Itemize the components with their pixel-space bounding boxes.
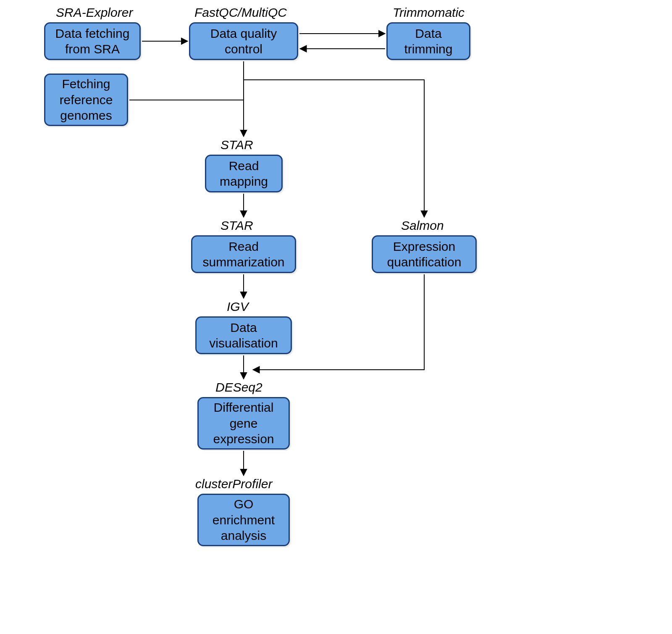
node-data-qc-label: Data quality control: [194, 26, 293, 57]
tool-label-igv: IGV: [227, 300, 249, 314]
node-read-summ-label: Read summarization: [197, 239, 291, 270]
tool-label-fastqc-multiqc: FastQC/MultiQC: [194, 5, 287, 20]
node-data-qc: Data quality control: [189, 22, 298, 60]
tool-label-star-sum: STAR: [220, 218, 253, 233]
node-data-vis-label: Data visualisation: [201, 320, 286, 351]
node-diff-expr-label: Differential gene expression: [203, 400, 284, 447]
flowchart-canvas: SRA-Explorer FastQC/MultiQC Trimmomatic …: [0, 0, 672, 634]
node-expr-quant: Expression quantification: [372, 235, 477, 273]
tool-label-clusterprofiler: clusterProfiler: [195, 477, 272, 491]
node-data-trimming-label: Data trimming: [392, 26, 465, 57]
node-read-mapping-label: Read mapping: [210, 158, 277, 189]
node-expr-quant-label: Expression quantification: [377, 239, 471, 270]
tool-label-trimmomatic: Trimmomatic: [393, 5, 465, 20]
node-go-enrich: GO enrichment analysis: [197, 494, 290, 546]
node-data-fetching: Data fetching from SRA: [44, 22, 141, 60]
edge-qc-to-salmon: [244, 80, 424, 217]
tool-label-salmon: Salmon: [401, 218, 444, 233]
node-data-fetching-label: Data fetching from SRA: [50, 26, 135, 57]
tool-label-deseq2: DESeq2: [215, 380, 262, 395]
tool-label-star-map: STAR: [220, 138, 253, 152]
node-data-vis: Data visualisation: [195, 316, 292, 354]
tool-label-sra-explorer: SRA-Explorer: [56, 5, 133, 20]
node-read-summ: Read summarization: [191, 235, 296, 273]
node-fetch-ref-label: Fetching reference genomes: [50, 76, 123, 124]
node-data-trimming: Data trimming: [386, 22, 470, 60]
node-fetch-ref: Fetching reference genomes: [44, 74, 128, 126]
node-diff-expr: Differential gene expression: [197, 397, 290, 450]
node-read-mapping: Read mapping: [205, 155, 283, 192]
node-go-enrich-label: GO enrichment analysis: [203, 496, 284, 544]
